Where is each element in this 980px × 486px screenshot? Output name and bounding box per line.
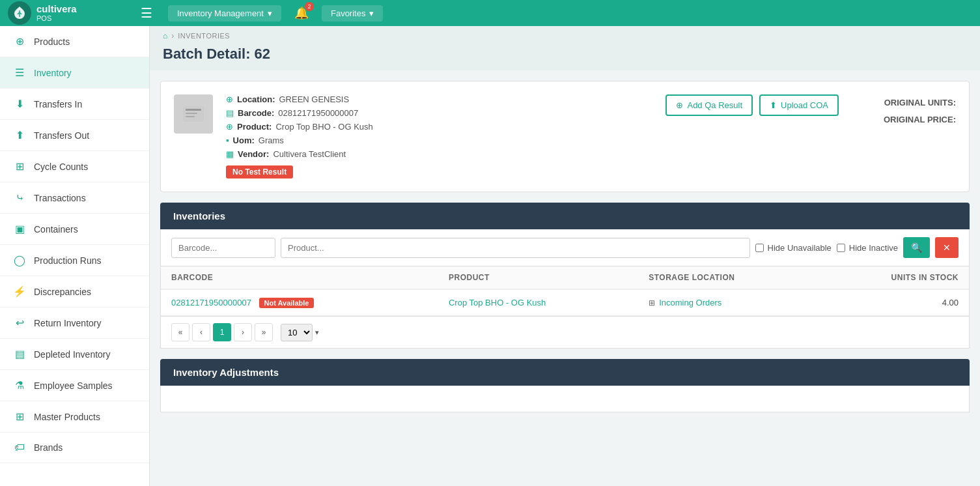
next-page-button[interactable]: ›	[234, 323, 252, 341]
sidebar-item-master-products[interactable]: ⊞ Master Products	[0, 401, 149, 433]
hide-unavailable-checkbox-label[interactable]: Hide Unavailable	[755, 243, 832, 253]
not-available-badge: Not Available	[259, 298, 315, 308]
product-filter-input[interactable]	[281, 238, 750, 258]
location-icon: ⊕	[226, 94, 233, 104]
favorites-dropdown[interactable]: Favorites ▾	[322, 5, 383, 21]
vendor-row: ▦ Vendor: Cultivera TestClient	[226, 149, 652, 159]
sidebar-item-label: Transactions	[34, 193, 86, 203]
grid-icon: ⊞	[649, 298, 655, 307]
inventories-table-container: BARCODE PRODUCT STORAGE LOCATION UNITS I…	[160, 266, 970, 317]
sidebar-item-label: Inventory	[34, 68, 72, 78]
notifications-bell[interactable]: 🔔 2	[292, 3, 311, 23]
sidebar-item-transfers-in[interactable]: ⬇ Transfers In	[0, 89, 149, 120]
location-label: Location:	[237, 94, 275, 104]
uom-label: Uom:	[233, 136, 255, 145]
sidebar-item-label: Transfers Out	[34, 130, 89, 141]
plus-icon: ⊕	[676, 100, 683, 110]
barcode-filter-input[interactable]	[171, 238, 275, 258]
upload-icon: ⬆	[770, 100, 777, 110]
inventories-title: Inventories	[173, 210, 225, 222]
sidebar-item-products[interactable]: ⊕ Products	[0, 26, 149, 57]
return-inventory-icon: ↩	[13, 317, 26, 329]
sidebar-item-containers[interactable]: ▣ Containers	[0, 214, 149, 245]
brands-icon: 🏷	[13, 442, 26, 453]
hide-inactive-checkbox[interactable]	[837, 244, 845, 252]
adjustments-content	[160, 386, 970, 412]
row-product: Crop Top BHO - OG Kush	[438, 289, 638, 316]
product-icon: ⊕	[226, 122, 233, 132]
svg-rect-3	[186, 116, 195, 117]
sidebar-item-label: Discrepancies	[34, 287, 91, 297]
employee-samples-icon: ⚗	[13, 379, 26, 392]
barcode-icon: ▤	[226, 108, 234, 118]
sidebar-item-inventory[interactable]: ☰ Inventory	[0, 57, 149, 89]
upload-coa-button[interactable]: ⬆ Upload COA	[759, 94, 839, 116]
clear-button[interactable]: ✕	[935, 237, 959, 258]
vendor-label: Vendor:	[238, 149, 269, 159]
inventories-table: BARCODE PRODUCT STORAGE LOCATION UNITS I…	[161, 266, 969, 316]
sidebar-item-label: Cycle Counts	[34, 162, 88, 172]
clear-icon: ✕	[943, 242, 951, 253]
sidebar-item-return-inventory[interactable]: ↩ Return Inventory	[0, 307, 149, 339]
search-button[interactable]: 🔍	[903, 237, 930, 258]
hide-inactive-checkbox-label[interactable]: Hide Inactive	[837, 243, 898, 253]
logo: cultivera POS	[8, 1, 125, 25]
sidebar-item-brands[interactable]: 🏷 Brands	[0, 433, 149, 463]
sidebar-item-cycle-counts[interactable]: ⊞ Cycle Counts	[0, 151, 149, 182]
bell-badge: 2	[305, 2, 314, 11]
inventory-management-dropdown[interactable]: Inventory Management ▾	[168, 5, 281, 21]
logo-icon	[8, 1, 31, 25]
last-page-button[interactable]: »	[255, 323, 273, 341]
logo-text: cultivera	[36, 4, 77, 15]
sidebar-item-employee-samples[interactable]: ⚗ Employee Samples	[0, 370, 149, 401]
add-qa-result-button[interactable]: ⊕ Add Qa Result	[665, 94, 753, 116]
row-storage: ⊞ Incoming Orders	[638, 289, 819, 316]
hide-unavailable-label: Hide Unavailable	[768, 243, 832, 253]
sidebar-item-label: Transfers In	[34, 99, 82, 109]
col-units: UNITS IN STOCK	[819, 266, 969, 289]
sidebar-item-discrepancies[interactable]: ⚡ Discrepancies	[0, 276, 149, 307]
col-storage: STORAGE LOCATION	[638, 266, 819, 289]
page-size-select[interactable]: 10 25 50	[281, 324, 313, 341]
hide-inactive-label: Hide Inactive	[849, 243, 898, 253]
top-navigation: cultivera POS ☰ Inventory Management ▾ 🔔…	[0, 0, 980, 26]
barcode-value: 02812171950000007	[278, 108, 358, 118]
product-link[interactable]: Crop Top BHO - OG Kush	[449, 298, 546, 307]
sidebar-item-depleted-inventory[interactable]: ▤ Depleted Inventory	[0, 339, 149, 370]
inventory-icon: ☰	[13, 66, 26, 79]
vendor-value: Cultivera TestClient	[273, 149, 346, 159]
sidebar-item-transactions[interactable]: ⤷ Transactions	[0, 182, 149, 214]
home-icon[interactable]: ⌂	[163, 31, 167, 40]
product-row: ⊕ Product: Crop Top BHO - OG Kush	[226, 122, 652, 132]
barcode-label: Barcode:	[238, 108, 274, 118]
prev-page-button[interactable]: ‹	[192, 323, 210, 341]
barcode-row: ▤ Barcode: 02812171950000007	[226, 108, 652, 118]
hamburger-icon[interactable]: ☰	[135, 3, 158, 23]
storage-link[interactable]: Incoming Orders	[659, 298, 721, 307]
uom-value: Grams	[259, 136, 284, 145]
breadcrumb-area: ⌂ › INVENTORIES Batch Detail: 62	[150, 26, 980, 70]
location-value: GREEN GENESIS	[279, 94, 350, 104]
original-units-row: ORIGINAL UNITS:	[852, 94, 956, 111]
first-page-button[interactable]: «	[171, 323, 189, 341]
barcode-link[interactable]: 02812171950000007	[171, 298, 251, 307]
vendor-icon: ▦	[226, 149, 234, 159]
breadcrumb: ⌂ › INVENTORIES	[163, 31, 967, 40]
sidebar-item-label: Master Products	[34, 412, 100, 422]
location-row: ⊕ Location: GREEN GENESIS	[226, 94, 652, 104]
table-row: 02812171950000007 Not Available Crop Top…	[161, 289, 969, 316]
sidebar-item-transfers-out[interactable]: ⬆ Transfers Out	[0, 120, 149, 151]
search-icon: 🔍	[911, 242, 922, 253]
current-page-button[interactable]: 1	[213, 323, 231, 341]
transfers-out-icon: ⬆	[13, 129, 26, 141]
card-actions: ⊕ Add Qa Result ⬆ Upload COA	[665, 94, 839, 116]
sidebar-item-label: Depleted Inventory	[34, 349, 111, 360]
add-qa-label: Add Qa Result	[687, 100, 742, 110]
sidebar-item-production-runs[interactable]: ◯ Production Runs	[0, 245, 149, 276]
original-units-label: ORIGINAL UNITS:	[884, 98, 956, 107]
row-units: 4.00	[819, 289, 969, 316]
hide-unavailable-checkbox[interactable]	[755, 244, 764, 252]
master-products-icon: ⊞	[13, 410, 26, 423]
no-test-badge: No Test Result	[226, 163, 652, 179]
original-price-label: ORIGINAL PRICE:	[884, 115, 956, 124]
